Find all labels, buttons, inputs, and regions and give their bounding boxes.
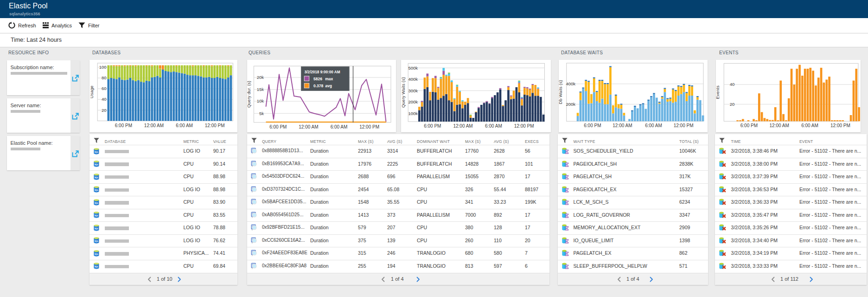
svg-text:6:00 PM: 6:00 PM xyxy=(269,124,287,129)
svg-text:6:00 AM: 6:00 AM xyxy=(645,123,662,128)
svg-text:SQL: SQL xyxy=(94,265,98,268)
svg-text:SQL: SQL xyxy=(94,202,98,204)
svg-text:SQL: SQL xyxy=(94,163,98,166)
svg-text:6:00 AM: 6:00 AM xyxy=(331,124,348,129)
svg-text:12:00 PM: 12:00 PM xyxy=(830,123,850,128)
svg-text:20k: 20k xyxy=(257,75,264,80)
svg-text:12:00 AM: 12:00 AM xyxy=(144,123,164,128)
svg-text:100k: 100k xyxy=(408,110,418,116)
svg-text:12:00 PM: 12:00 PM xyxy=(673,123,693,128)
svg-text:6:00 PM: 6:00 PM xyxy=(115,123,132,128)
svg-text:SQL: SQL xyxy=(94,253,98,255)
svg-text:400k: 400k xyxy=(408,77,418,82)
svg-text:12:00 AM: 12:00 AM xyxy=(613,123,632,128)
svg-text:60: 60 xyxy=(102,86,107,91)
svg-text:6:00 AM: 6:00 AM xyxy=(801,123,818,128)
svg-text:12:00 AM: 12:00 AM xyxy=(770,123,789,128)
svg-text:6:00 PM: 6:00 PM xyxy=(740,123,758,128)
svg-text:80: 80 xyxy=(102,75,107,80)
svg-text:SQL: SQL xyxy=(94,227,98,230)
svg-text:max: max xyxy=(325,76,333,81)
svg-text:12:00 AM: 12:00 AM xyxy=(299,124,318,129)
svg-text:avg: avg xyxy=(325,83,332,88)
svg-text:6:00 AM: 6:00 AM xyxy=(176,123,193,128)
svg-text:300k: 300k xyxy=(408,88,418,93)
svg-text:10k: 10k xyxy=(257,98,264,103)
svg-text:Db Waits (s): Db Waits (s) xyxy=(559,80,563,104)
svg-text:SQL: SQL xyxy=(94,176,98,178)
svg-text:Query dur. (s): Query dur. (s) xyxy=(247,81,251,108)
svg-text:6:00 AM: 6:00 AM xyxy=(485,123,502,129)
svg-text:20: 20 xyxy=(730,101,735,106)
svg-text:Query Waits (s): Query Waits (s) xyxy=(401,77,406,108)
svg-text:Events: Events xyxy=(716,85,721,99)
svg-text:400k: 400k xyxy=(566,81,575,86)
svg-text:SQL: SQL xyxy=(94,189,98,191)
svg-text:5826: 5826 xyxy=(313,76,322,81)
svg-text:20: 20 xyxy=(102,107,107,112)
svg-text:40: 40 xyxy=(730,82,735,87)
svg-text:12:00 PM: 12:00 PM xyxy=(205,123,225,128)
svg-text:100: 100 xyxy=(99,65,107,70)
svg-text:6:00 PM: 6:00 PM xyxy=(424,123,441,129)
svg-text:SQL: SQL xyxy=(94,240,98,242)
svg-text:SQL: SQL xyxy=(94,150,98,153)
svg-text:200k: 200k xyxy=(566,101,575,106)
svg-text:5k: 5k xyxy=(259,110,264,116)
svg-text:Usage: Usage xyxy=(89,85,94,98)
svg-text:6:00 PM: 6:00 PM xyxy=(584,123,601,128)
svg-text:3/2/2018 9:00:00 AM: 3/2/2018 9:00:00 AM xyxy=(305,70,340,74)
svg-text:15k: 15k xyxy=(257,87,264,92)
svg-text:12:00 PM: 12:00 PM xyxy=(514,123,534,129)
svg-text:200k: 200k xyxy=(408,99,418,104)
svg-text:12:00 AM: 12:00 AM xyxy=(453,123,472,129)
svg-text:0.378: 0.378 xyxy=(313,83,324,88)
svg-text:12:00 PM: 12:00 PM xyxy=(359,124,379,129)
svg-text:SQL: SQL xyxy=(94,214,98,217)
svg-text:40: 40 xyxy=(102,97,107,102)
svg-text:500k: 500k xyxy=(408,65,418,70)
